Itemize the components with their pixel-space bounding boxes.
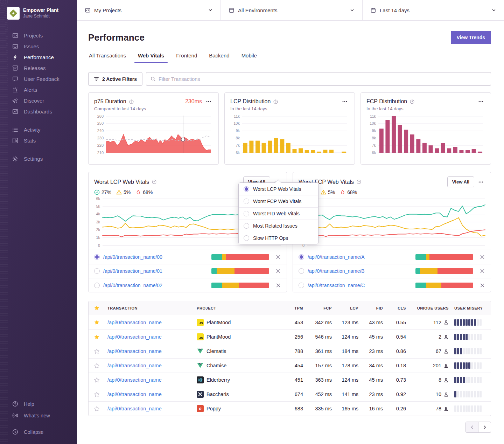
star-outline-icon[interactable] — [89, 348, 105, 354]
menu-option-radio[interactable] — [244, 199, 249, 204]
sidebar-item-discover[interactable]: Discover — [0, 95, 77, 106]
sidebar-item-stats[interactable]: Stats — [0, 135, 77, 146]
sidebar-item-user-feedback[interactable]: User Feedback — [0, 74, 77, 84]
sidebar-item-releases[interactable]: Releases — [0, 63, 77, 74]
star-outline-icon[interactable] — [89, 406, 105, 412]
close-icon[interactable] — [275, 268, 281, 274]
star-outline-icon[interactable] — [89, 377, 105, 383]
svg-text:250: 250 — [97, 121, 104, 125]
svg-text:8k: 8k — [372, 136, 376, 140]
org-switcher[interactable]: Empower Plant Jane Schmidt — [0, 5, 77, 22]
menu-option-most-related-issues[interactable]: Most Related Issues — [239, 220, 318, 232]
menu-option-slow-http-ops[interactable]: Slow HTTP Ops — [239, 232, 318, 244]
sidebar-item-alerts[interactable]: Alerts — [0, 84, 77, 95]
tab-web-vitals[interactable]: Web Vitals — [137, 53, 165, 63]
stats-icon — [12, 137, 19, 144]
menu-option-worst-fcp-web-vitals[interactable]: Worst FCP Web Vitals — [239, 195, 318, 207]
transaction-radio[interactable] — [299, 283, 304, 288]
transaction-link[interactable]: /api/0/transaction_name — [107, 377, 162, 383]
transaction-radio[interactable] — [94, 254, 100, 260]
unique-users-cell: 112 — [409, 320, 451, 325]
fcp-dist-more-button[interactable] — [477, 98, 485, 105]
star-filled-icon[interactable] — [89, 319, 105, 325]
transaction-link[interactable]: /api/0/transaction_name — [107, 406, 162, 411]
worst-fcp-more-button[interactable] — [477, 179, 485, 186]
meh-segment — [222, 254, 226, 260]
previous-page-button[interactable] — [465, 422, 478, 433]
close-icon[interactable] — [275, 283, 281, 288]
user-misery-bars — [454, 362, 488, 369]
help-icon[interactable] — [152, 179, 157, 185]
close-icon[interactable] — [275, 254, 281, 260]
sidebar-nav-secondary: ActivityStats — [0, 124, 77, 146]
active-filters-button[interactable]: 2 Active Filters — [88, 72, 142, 86]
transaction-link[interactable]: /api/0/transaction_name — [107, 363, 162, 368]
p75-more-button[interactable] — [204, 98, 213, 105]
transaction-link[interactable]: /api/0/transaction_name/A — [308, 254, 412, 260]
transaction-link[interactable]: /api/0/transaction_name/C — [308, 283, 412, 288]
menu-option-worst-fid-web-vitals[interactable]: Worst FID Web Vitals — [239, 207, 318, 220]
search-input[interactable] — [159, 76, 486, 82]
tab-mobile[interactable]: Mobile — [241, 53, 258, 63]
sidebar-item-projects[interactable]: Projects — [0, 30, 77, 41]
menu-option-radio[interactable] — [244, 186, 249, 192]
sidebar-item-dashboards[interactable]: Dashboards — [0, 106, 77, 117]
worst-fcp-view-all-button[interactable]: View All — [447, 176, 474, 187]
transaction-link[interactable]: /api/0/transaction_name/00 — [103, 254, 208, 260]
close-icon[interactable] — [479, 268, 485, 274]
sidebar-item-issues[interactable]: Issues — [0, 41, 77, 52]
person-icon — [443, 363, 449, 368]
good-segment — [211, 268, 217, 274]
last-14-days-dropdown[interactable]: Last 14 days — [362, 0, 504, 20]
transaction-link[interactable]: /api/0/transaction_name — [107, 334, 162, 340]
close-icon[interactable] — [479, 283, 485, 288]
transaction-link[interactable]: /api/0/transaction_name/01 — [103, 268, 208, 274]
help-icon[interactable] — [129, 99, 134, 104]
star-outline-icon[interactable] — [89, 391, 105, 397]
svg-text:260: 260 — [97, 114, 104, 118]
menu-option-radio[interactable] — [244, 211, 249, 216]
view-trends-button[interactable]: View Trends — [451, 31, 491, 44]
lcp-dist-more-button[interactable] — [341, 98, 349, 105]
user-misery-cell — [451, 391, 491, 397]
next-page-button[interactable] — [478, 422, 491, 433]
help-icon[interactable] — [273, 99, 278, 104]
transaction-radio[interactable] — [94, 268, 100, 274]
help-icon[interactable] — [356, 179, 362, 185]
star-filled-icon[interactable] — [89, 334, 105, 340]
menu-option-radio[interactable] — [244, 235, 249, 241]
menu-option-worst-lcp-web-vitals[interactable]: Worst LCP Web Vitals — [239, 183, 318, 195]
transaction-link[interactable]: /api/0/transaction_name — [107, 391, 162, 397]
transaction-radio[interactable] — [299, 254, 304, 260]
fcp-value: 342 ms — [306, 320, 335, 325]
sidebar-item-what-s-new[interactable]: What’s new — [0, 410, 77, 421]
sidebar-item-collapse[interactable]: Collapse — [0, 426, 77, 438]
all-environments-dropdown[interactable]: All Environments — [220, 0, 362, 20]
transaction-radio[interactable] — [299, 268, 304, 274]
tab-all-transactions[interactable]: All Transactions — [88, 53, 127, 63]
fcp-value: 452 ms — [306, 391, 335, 397]
tpm-value: 683 — [281, 406, 306, 411]
transaction-radio[interactable] — [94, 283, 100, 288]
help-icon[interactable] — [410, 99, 415, 104]
sidebar-item-performance[interactable]: Performance — [0, 52, 77, 63]
sidebar-item-label: Dashboards — [24, 109, 52, 115]
transaction-link[interactable]: /api/0/transaction_name — [107, 348, 162, 354]
sidebar-item-label: Settings — [24, 156, 43, 162]
star-outline-icon[interactable] — [89, 363, 105, 369]
menu-option-radio[interactable] — [244, 223, 249, 229]
sidebar-item-activity[interactable]: Activity — [0, 124, 77, 135]
transaction-link[interactable]: /api/0/transaction_name/02 — [103, 283, 208, 288]
my-projects-dropdown[interactable]: My Projects — [77, 0, 220, 20]
sidebar-item-help[interactable]: Help — [0, 398, 77, 410]
transaction-link[interactable]: /api/0/transaction_name — [107, 320, 162, 325]
tab-backend[interactable]: Backend — [208, 53, 230, 63]
tab-frontend[interactable]: Frontend — [175, 53, 198, 63]
svg-text:9k: 9k — [372, 129, 376, 133]
column-header-tpm: TPM — [281, 306, 306, 310]
sidebar-item-settings[interactable]: Settings — [0, 153, 77, 164]
sidebar-item-label: Alerts — [24, 87, 37, 93]
close-icon[interactable] — [479, 254, 485, 260]
table-row: /api/0/transaction_nameJSPlantMood256546… — [89, 329, 491, 344]
transaction-link[interactable]: /api/0/transaction_name/B — [308, 268, 412, 274]
